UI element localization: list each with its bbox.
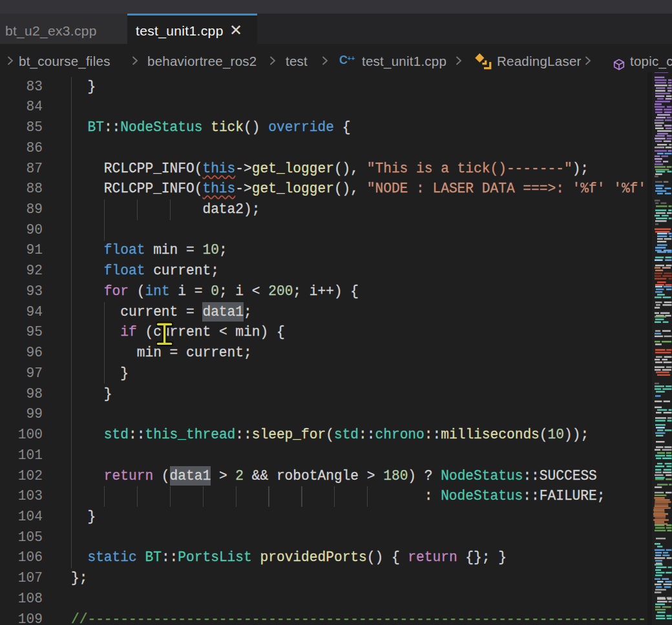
svg-text:++: ++ <box>348 55 355 62</box>
svg-text:C: C <box>339 54 348 67</box>
